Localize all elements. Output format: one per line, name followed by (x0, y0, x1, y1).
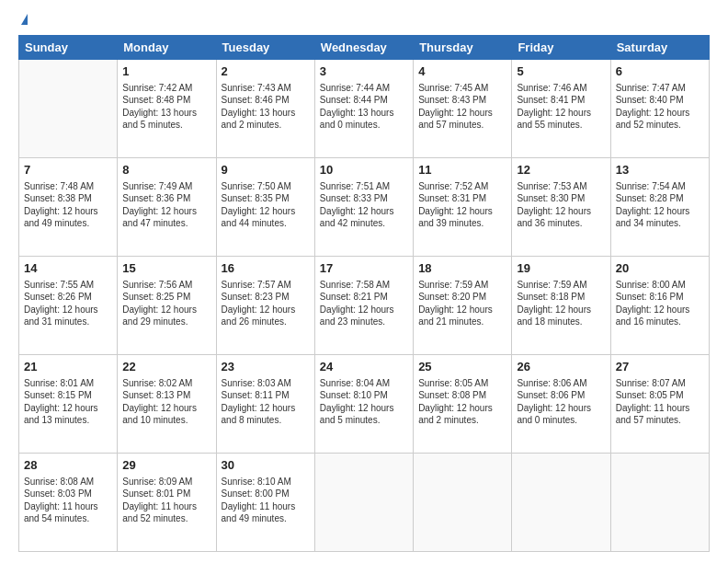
day-number: 27 (616, 359, 704, 375)
day-number: 10 (320, 162, 408, 178)
calendar-cell (314, 454, 413, 552)
calendar-cell: 29Sunrise: 8:09 AMSunset: 8:01 PMDayligh… (118, 454, 216, 552)
calendar-cell: 23Sunrise: 8:03 AMSunset: 8:11 PMDayligh… (216, 355, 314, 454)
day-number: 18 (418, 260, 506, 277)
day-info: Sunrise: 7:42 AMSunset: 8:48 PMDaylight:… (122, 82, 210, 132)
day-number: 30 (222, 457, 310, 474)
day-number: 21 (24, 359, 112, 375)
day-info: Sunrise: 7:56 AMSunset: 8:25 PMDaylight:… (122, 279, 210, 328)
day-info: Sunrise: 7:59 AMSunset: 8:18 PMDaylight:… (517, 279, 605, 328)
calendar-cell: 4Sunrise: 7:45 AMSunset: 8:43 PMDaylight… (414, 60, 512, 158)
day-number: 23 (222, 359, 310, 375)
day-info: Sunrise: 7:43 AMSunset: 8:46 PMDaylight:… (222, 82, 310, 132)
day-info: Sunrise: 7:45 AMSunset: 8:43 PMDaylight:… (418, 82, 506, 132)
calendar-cell: 7Sunrise: 7:48 AMSunset: 8:38 PMDaylight… (19, 158, 118, 257)
calendar-week-2: 14Sunrise: 7:55 AMSunset: 8:26 PMDayligh… (19, 257, 710, 355)
day-number: 4 (418, 63, 506, 80)
day-info: Sunrise: 8:07 AMSunset: 8:05 PMDaylight:… (616, 377, 704, 427)
header (18, 15, 710, 26)
day-info: Sunrise: 7:48 AMSunset: 8:38 PMDaylight:… (24, 180, 112, 230)
day-number: 12 (517, 162, 605, 178)
day-number: 5 (517, 63, 605, 80)
day-number: 16 (222, 260, 310, 277)
calendar-cell: 26Sunrise: 8:06 AMSunset: 8:06 PMDayligh… (512, 355, 610, 454)
calendar-cell: 22Sunrise: 8:02 AMSunset: 8:13 PMDayligh… (118, 355, 216, 454)
day-number: 28 (24, 457, 112, 474)
calendar-cell: 12Sunrise: 7:53 AMSunset: 8:30 PMDayligh… (512, 158, 610, 257)
day-number: 11 (418, 162, 506, 178)
day-number: 15 (122, 260, 210, 277)
day-info: Sunrise: 8:03 AMSunset: 8:11 PMDaylight:… (222, 377, 310, 427)
col-header-sunday: Sunday (19, 36, 118, 60)
day-info: Sunrise: 8:01 AMSunset: 8:15 PMDaylight:… (24, 377, 112, 427)
calendar-cell: 14Sunrise: 7:55 AMSunset: 8:26 PMDayligh… (19, 257, 118, 355)
day-number: 19 (517, 260, 605, 277)
col-header-saturday: Saturday (610, 36, 709, 60)
day-number: 20 (616, 260, 704, 277)
day-number: 8 (122, 162, 210, 178)
day-number: 24 (320, 359, 408, 375)
calendar-cell: 6Sunrise: 7:47 AMSunset: 8:40 PMDaylight… (610, 60, 709, 158)
calendar-cell: 5Sunrise: 7:46 AMSunset: 8:41 PMDaylight… (512, 60, 610, 158)
calendar-week-4: 28Sunrise: 8:08 AMSunset: 8:03 PMDayligh… (19, 454, 710, 552)
calendar-cell: 18Sunrise: 7:59 AMSunset: 8:20 PMDayligh… (414, 257, 512, 355)
calendar-cell: 21Sunrise: 8:01 AMSunset: 8:15 PMDayligh… (19, 355, 118, 454)
calendar-cell: 16Sunrise: 7:57 AMSunset: 8:23 PMDayligh… (216, 257, 314, 355)
day-number: 22 (122, 359, 210, 375)
day-info: Sunrise: 7:44 AMSunset: 8:44 PMDaylight:… (320, 82, 408, 132)
calendar-cell: 17Sunrise: 7:58 AMSunset: 8:21 PMDayligh… (314, 257, 413, 355)
calendar-cell: 1Sunrise: 7:42 AMSunset: 8:48 PMDaylight… (118, 60, 216, 158)
day-number: 3 (320, 63, 408, 80)
calendar-week-0: 1Sunrise: 7:42 AMSunset: 8:48 PMDaylight… (19, 60, 710, 158)
calendar-header-row: SundayMondayTuesdayWednesdayThursdayFrid… (19, 36, 710, 60)
col-header-tuesday: Tuesday (216, 36, 314, 60)
calendar-cell: 25Sunrise: 8:05 AMSunset: 8:08 PMDayligh… (414, 355, 512, 454)
calendar-cell (512, 454, 610, 552)
calendar-cell: 10Sunrise: 7:51 AMSunset: 8:33 PMDayligh… (314, 158, 413, 257)
day-info: Sunrise: 7:51 AMSunset: 8:33 PMDaylight:… (320, 180, 408, 230)
day-info: Sunrise: 8:04 AMSunset: 8:10 PMDaylight:… (320, 377, 408, 427)
day-number: 6 (616, 63, 704, 80)
day-info: Sunrise: 8:10 AMSunset: 8:00 PMDaylight:… (222, 476, 310, 525)
day-number: 1 (122, 63, 210, 80)
page: SundayMondayTuesdayWednesdayThursdayFrid… (0, 0, 728, 563)
calendar-cell: 15Sunrise: 7:56 AMSunset: 8:25 PMDayligh… (118, 257, 216, 355)
day-number: 2 (222, 63, 310, 80)
calendar-cell: 19Sunrise: 7:59 AMSunset: 8:18 PMDayligh… (512, 257, 610, 355)
day-number: 13 (616, 162, 704, 178)
day-info: Sunrise: 8:09 AMSunset: 8:01 PMDaylight:… (122, 476, 210, 525)
calendar: SundayMondayTuesdayWednesdayThursdayFrid… (18, 35, 710, 552)
logo (18, 15, 28, 26)
day-info: Sunrise: 7:54 AMSunset: 8:28 PMDaylight:… (616, 180, 704, 230)
logo-triangle-icon (21, 14, 28, 25)
calendar-cell: 8Sunrise: 7:49 AMSunset: 8:36 PMDaylight… (118, 158, 216, 257)
day-number: 25 (418, 359, 506, 375)
day-info: Sunrise: 7:53 AMSunset: 8:30 PMDaylight:… (517, 180, 605, 230)
day-info: Sunrise: 7:55 AMSunset: 8:26 PMDaylight:… (24, 279, 112, 328)
col-header-friday: Friday (512, 36, 610, 60)
calendar-cell: 24Sunrise: 8:04 AMSunset: 8:10 PMDayligh… (314, 355, 413, 454)
calendar-week-1: 7Sunrise: 7:48 AMSunset: 8:38 PMDaylight… (19, 158, 710, 257)
day-number: 17 (320, 260, 408, 277)
day-info: Sunrise: 7:50 AMSunset: 8:35 PMDaylight:… (222, 180, 310, 230)
day-info: Sunrise: 8:08 AMSunset: 8:03 PMDaylight:… (24, 476, 112, 525)
calendar-cell: 20Sunrise: 8:00 AMSunset: 8:16 PMDayligh… (610, 257, 709, 355)
calendar-cell: 27Sunrise: 8:07 AMSunset: 8:05 PMDayligh… (610, 355, 709, 454)
day-info: Sunrise: 8:05 AMSunset: 8:08 PMDaylight:… (418, 377, 506, 427)
day-number: 26 (517, 359, 605, 375)
day-info: Sunrise: 7:58 AMSunset: 8:21 PMDaylight:… (320, 279, 408, 328)
calendar-cell: 30Sunrise: 8:10 AMSunset: 8:00 PMDayligh… (216, 454, 314, 552)
day-number: 29 (122, 457, 210, 474)
day-number: 9 (222, 162, 310, 178)
calendar-cell (19, 60, 118, 158)
calendar-cell (610, 454, 709, 552)
day-info: Sunrise: 7:52 AMSunset: 8:31 PMDaylight:… (418, 180, 506, 230)
calendar-cell: 9Sunrise: 7:50 AMSunset: 8:35 PMDaylight… (216, 158, 314, 257)
calendar-cell (414, 454, 512, 552)
day-info: Sunrise: 8:00 AMSunset: 8:16 PMDaylight:… (616, 279, 704, 328)
day-info: Sunrise: 7:57 AMSunset: 8:23 PMDaylight:… (222, 279, 310, 328)
day-info: Sunrise: 8:06 AMSunset: 8:06 PMDaylight:… (517, 377, 605, 427)
day-number: 14 (24, 260, 112, 277)
day-info: Sunrise: 7:59 AMSunset: 8:20 PMDaylight:… (418, 279, 506, 328)
calendar-cell: 2Sunrise: 7:43 AMSunset: 8:46 PMDaylight… (216, 60, 314, 158)
